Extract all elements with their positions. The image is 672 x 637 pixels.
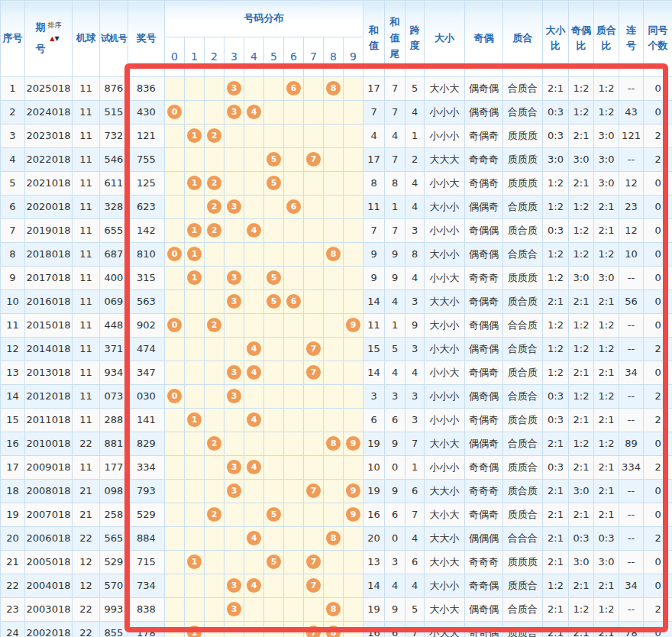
cell-digit-0 xyxy=(165,361,185,384)
number-ball: 1 xyxy=(187,223,202,238)
cell-digit-1: 1 xyxy=(185,266,205,289)
cell-digit-0 xyxy=(165,171,185,195)
cell-same-count: 0 xyxy=(644,266,672,289)
number-ball: 7 xyxy=(306,365,321,380)
cell-digit-6 xyxy=(284,526,304,550)
cell-digit-9 xyxy=(344,218,363,242)
cell-digit-8 xyxy=(324,218,344,242)
cell-seq: 24 xyxy=(1,621,25,637)
cell-seq: 6 xyxy=(1,195,25,218)
cell-digit-2 xyxy=(205,408,225,432)
cell-digit-8: 8 xyxy=(324,621,344,637)
cell-parity-pattern: 偶奇偶 xyxy=(465,597,503,621)
cell-span: 4 xyxy=(405,361,425,384)
cell-digit-3 xyxy=(225,550,244,574)
cell-parity-pattern: 奇偶偶 xyxy=(465,218,503,242)
cell-digit-2 xyxy=(205,550,225,574)
cell-same-count: 2 xyxy=(644,124,672,147)
cell-span: 5 xyxy=(405,597,425,621)
cell-digit-9 xyxy=(344,100,363,124)
cell-size-pattern: 小大大 xyxy=(425,621,465,637)
sort-desc-icon[interactable]: ▼ xyxy=(55,35,60,42)
cell-digit-0 xyxy=(165,218,185,242)
cell-sum: 3 xyxy=(363,384,385,408)
cell-machine-ball: 22 xyxy=(73,432,100,455)
cell-digit-7 xyxy=(304,171,324,195)
cell-digit-5 xyxy=(264,195,284,218)
cell-digit-6 xyxy=(284,503,304,526)
cell-parity-pattern: 偶偶奇 xyxy=(465,195,503,218)
number-ball: 4 xyxy=(247,341,261,356)
cell-period: 2022018 xyxy=(25,147,73,171)
cell-machine-ball: 11 xyxy=(73,147,100,171)
cell-digit-9 xyxy=(344,361,363,384)
cell-digit-5 xyxy=(264,479,284,503)
number-ball: 7 xyxy=(306,555,321,569)
cell-size-pattern: 小小小 xyxy=(425,218,465,242)
cell-digit-4 xyxy=(244,313,264,337)
number-ball: 3 xyxy=(227,602,241,616)
cell-digit-4 xyxy=(244,195,264,218)
col-header-sum-tail: 和 值 尾 xyxy=(385,1,405,77)
cell-digit-0 xyxy=(165,76,185,100)
cell-period: 2004018 xyxy=(25,574,73,597)
cell-size-ratio: 0:3 xyxy=(543,218,569,242)
cell-digit-6 xyxy=(284,171,304,195)
cell-parity-pattern: 奇偶奇 xyxy=(465,408,503,432)
cell-prime-ratio: 1:2 xyxy=(594,76,619,100)
cell-digit-9 xyxy=(344,597,363,621)
cell-digit-6 xyxy=(284,621,304,637)
cell-period: 2021018 xyxy=(25,171,73,195)
cell-digit-7: 7 xyxy=(304,574,324,597)
cell-prime-pattern: 质质合 xyxy=(503,455,543,479)
cell-digit-6 xyxy=(284,313,304,337)
cell-digit-8 xyxy=(324,550,344,574)
col-header-parity-pattern: 奇偶 xyxy=(465,1,503,77)
cell-size-pattern: 大大小 xyxy=(425,289,465,313)
cell-sum-tail: 4 xyxy=(385,289,405,313)
cell-sum: 19 xyxy=(363,479,385,503)
cell-digit-7 xyxy=(304,76,324,100)
cell-prize-number: 563 xyxy=(128,289,165,313)
cell-consecutive: -- xyxy=(619,479,644,503)
number-ball: 3 xyxy=(227,81,241,95)
cell-digit-8 xyxy=(324,479,344,503)
col-header-same-count: 同号 个数 xyxy=(644,1,672,77)
cell-span: 9 xyxy=(405,313,425,337)
cell-digit-7 xyxy=(304,313,324,337)
cell-digit-5 xyxy=(264,574,284,597)
cell-digit-6 xyxy=(284,597,304,621)
cell-prime-pattern: 合质质 xyxy=(503,195,543,218)
cell-parity-pattern: 偶偶奇 xyxy=(465,432,503,455)
cell-prize-number: 125 xyxy=(128,171,165,195)
cell-test-number: 288 xyxy=(100,408,128,432)
cell-prize-number: 315 xyxy=(128,266,165,289)
cell-same-count: 0 xyxy=(644,479,672,503)
cell-machine-ball: 11 xyxy=(73,289,100,313)
digit-header-4: 4 xyxy=(244,37,264,76)
cell-parity-ratio: 2:1 xyxy=(569,361,594,384)
cell-span: 3 xyxy=(405,218,425,242)
cell-parity-pattern: 奇奇奇 xyxy=(465,479,503,503)
number-ball: 1 xyxy=(187,247,202,261)
cell-period: 2017018 xyxy=(25,266,73,289)
cell-prime-ratio: 2:1 xyxy=(594,408,619,432)
number-ball: 8 xyxy=(326,81,341,95)
cell-period: 2005018 xyxy=(25,550,73,574)
cell-digit-6 xyxy=(284,479,304,503)
cell-digit-3: 3 xyxy=(225,479,244,503)
cell-size-ratio: 2:1 xyxy=(543,503,569,526)
cell-machine-ball: 11 xyxy=(73,218,100,242)
cell-machine-ball: 11 xyxy=(73,313,100,337)
cell-sum-tail: 3 xyxy=(385,384,405,408)
cell-digit-5 xyxy=(264,218,284,242)
cell-digit-8 xyxy=(324,455,344,479)
cell-prime-ratio: 2:1 xyxy=(594,195,619,218)
cell-period: 2025018 xyxy=(25,76,73,100)
cell-machine-ball: 11 xyxy=(73,124,100,147)
number-ball: 4 xyxy=(247,412,261,427)
cell-digit-6 xyxy=(284,100,304,124)
cell-seq: 15 xyxy=(1,408,25,432)
cell-digit-6 xyxy=(284,455,304,479)
cell-size-ratio: 1:2 xyxy=(543,171,569,195)
